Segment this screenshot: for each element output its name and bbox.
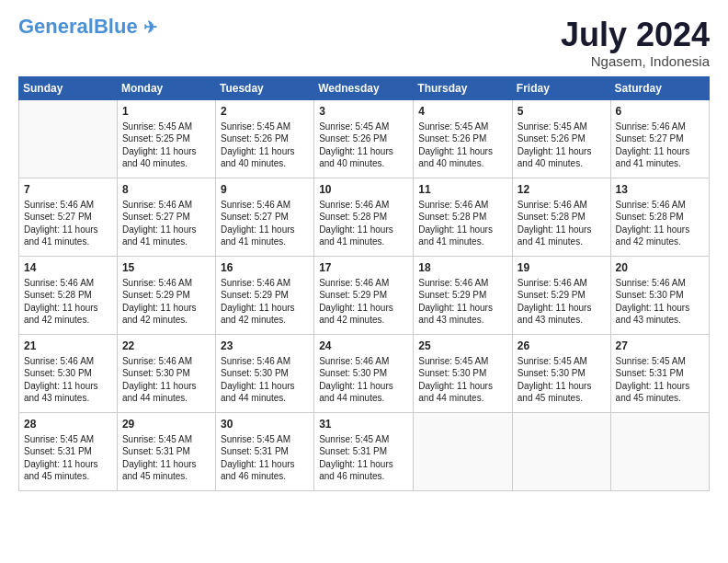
calendar-cell: 11Sunrise: 5:46 AM Sunset: 5:28 PM Dayli… (414, 178, 513, 256)
day-number: 1 (122, 104, 210, 119)
weekday-monday: Monday (117, 76, 215, 99)
calendar-cell: 6Sunrise: 5:46 AM Sunset: 5:27 PM Daylig… (610, 99, 709, 178)
calendar-cell: 29Sunrise: 5:45 AM Sunset: 5:31 PM Dayli… (117, 412, 215, 490)
logo-general: General (18, 15, 94, 38)
day-number: 25 (418, 339, 507, 353)
calendar-row: 1Sunrise: 5:45 AM Sunset: 5:25 PM Daylig… (19, 99, 710, 178)
day-number: 19 (518, 260, 606, 275)
day-number: 4 (418, 104, 507, 119)
calendar-cell: 16Sunrise: 5:46 AM Sunset: 5:29 PM Dayli… (215, 256, 313, 334)
calendar-cell: 20Sunrise: 5:46 AM Sunset: 5:30 PM Dayli… (610, 256, 709, 334)
calendar-cell: 17Sunrise: 5:46 AM Sunset: 5:29 PM Dayli… (314, 256, 414, 334)
day-number: 26 (518, 339, 606, 353)
day-info: Sunrise: 5:45 AM Sunset: 5:31 PM Dayligh… (616, 355, 704, 405)
day-info: Sunrise: 5:45 AM Sunset: 5:25 PM Dayligh… (122, 121, 210, 170)
weekday-friday: Friday (512, 76, 610, 99)
day-number: 11 (418, 182, 507, 197)
calendar-cell: 19Sunrise: 5:46 AM Sunset: 5:29 PM Dayli… (512, 256, 610, 334)
calendar-cell (512, 412, 610, 490)
day-number: 21 (24, 339, 112, 353)
day-info: Sunrise: 5:45 AM Sunset: 5:26 PM Dayligh… (518, 121, 606, 170)
day-info: Sunrise: 5:46 AM Sunset: 5:30 PM Dayligh… (319, 355, 408, 405)
day-number: 12 (518, 182, 606, 197)
calendar-cell: 12Sunrise: 5:46 AM Sunset: 5:28 PM Dayli… (512, 178, 610, 256)
day-number: 8 (122, 182, 210, 197)
calendar-row: 14Sunrise: 5:46 AM Sunset: 5:28 PM Dayli… (19, 256, 710, 334)
day-number: 18 (418, 260, 507, 275)
calendar-cell: 2Sunrise: 5:45 AM Sunset: 5:26 PM Daylig… (215, 99, 313, 178)
calendar-cell: 24Sunrise: 5:46 AM Sunset: 5:30 PM Dayli… (314, 334, 414, 412)
day-number: 16 (221, 260, 309, 275)
day-info: Sunrise: 5:46 AM Sunset: 5:30 PM Dayligh… (122, 355, 210, 405)
calendar-page: GeneralBlue ✈ July 2024 Ngasem, Indonesi… (0, 0, 728, 563)
calendar-cell: 14Sunrise: 5:46 AM Sunset: 5:28 PM Dayli… (19, 256, 118, 334)
day-info: Sunrise: 5:46 AM Sunset: 5:28 PM Dayligh… (418, 199, 507, 248)
calendar-cell: 3Sunrise: 5:45 AM Sunset: 5:26 PM Daylig… (314, 99, 414, 178)
day-info: Sunrise: 5:45 AM Sunset: 5:30 PM Dayligh… (518, 355, 606, 405)
day-info: Sunrise: 5:46 AM Sunset: 5:28 PM Dayligh… (616, 199, 704, 248)
day-number: 10 (319, 182, 408, 197)
day-info: Sunrise: 5:46 AM Sunset: 5:28 PM Dayligh… (319, 199, 408, 248)
calendar-cell (19, 99, 118, 178)
logo-icon: ✈ (143, 18, 157, 37)
weekday-thursday: Thursday (414, 76, 513, 99)
day-number: 22 (122, 339, 210, 353)
day-info: Sunrise: 5:46 AM Sunset: 5:27 PM Dayligh… (122, 199, 210, 248)
day-info: Sunrise: 5:45 AM Sunset: 5:31 PM Dayligh… (24, 433, 112, 483)
calendar-cell (414, 412, 513, 490)
day-info: Sunrise: 5:46 AM Sunset: 5:29 PM Dayligh… (122, 277, 210, 327)
day-info: Sunrise: 5:45 AM Sunset: 5:31 PM Dayligh… (319, 433, 408, 483)
day-info: Sunrise: 5:45 AM Sunset: 5:31 PM Dayligh… (122, 433, 210, 483)
day-info: Sunrise: 5:45 AM Sunset: 5:26 PM Dayligh… (418, 121, 507, 170)
calendar-row: 7Sunrise: 5:46 AM Sunset: 5:27 PM Daylig… (19, 178, 710, 256)
day-info: Sunrise: 5:46 AM Sunset: 5:29 PM Dayligh… (319, 277, 408, 327)
logo: GeneralBlue ✈ (18, 17, 157, 37)
day-info: Sunrise: 5:45 AM Sunset: 5:26 PM Dayligh… (221, 121, 309, 170)
calendar-cell: 13Sunrise: 5:46 AM Sunset: 5:28 PM Dayli… (610, 178, 709, 256)
day-number: 27 (616, 339, 704, 353)
calendar-cell: 25Sunrise: 5:45 AM Sunset: 5:30 PM Dayli… (414, 334, 513, 412)
title-block: July 2024 Ngasem, Indonesia (561, 17, 710, 69)
calendar-cell: 4Sunrise: 5:45 AM Sunset: 5:26 PM Daylig… (414, 99, 513, 178)
day-info: Sunrise: 5:45 AM Sunset: 5:31 PM Dayligh… (221, 433, 309, 483)
day-number: 7 (24, 182, 112, 197)
day-number: 24 (319, 339, 408, 353)
day-info: Sunrise: 5:45 AM Sunset: 5:26 PM Dayligh… (319, 121, 408, 170)
day-number: 17 (319, 260, 408, 275)
calendar-cell: 9Sunrise: 5:46 AM Sunset: 5:27 PM Daylig… (215, 178, 313, 256)
day-info: Sunrise: 5:46 AM Sunset: 5:27 PM Dayligh… (221, 199, 309, 248)
logo-text: GeneralBlue ✈ (18, 17, 157, 37)
day-number: 14 (24, 260, 112, 275)
calendar-row: 21Sunrise: 5:46 AM Sunset: 5:30 PM Dayli… (19, 334, 710, 412)
day-number: 5 (518, 104, 606, 119)
day-info: Sunrise: 5:46 AM Sunset: 5:30 PM Dayligh… (24, 355, 112, 405)
day-info: Sunrise: 5:45 AM Sunset: 5:30 PM Dayligh… (418, 355, 507, 405)
day-number: 30 (221, 417, 309, 431)
weekday-header-row: SundayMondayTuesdayWednesdayThursdayFrid… (19, 76, 710, 99)
calendar-cell: 22Sunrise: 5:46 AM Sunset: 5:30 PM Dayli… (117, 334, 215, 412)
calendar-cell (610, 412, 709, 490)
day-number: 6 (616, 104, 704, 119)
day-info: Sunrise: 5:46 AM Sunset: 5:29 PM Dayligh… (418, 277, 507, 327)
weekday-sunday: Sunday (19, 76, 118, 99)
day-number: 29 (122, 417, 210, 431)
calendar-cell: 7Sunrise: 5:46 AM Sunset: 5:27 PM Daylig… (19, 178, 118, 256)
day-info: Sunrise: 5:46 AM Sunset: 5:27 PM Dayligh… (616, 121, 704, 170)
calendar-cell: 23Sunrise: 5:46 AM Sunset: 5:30 PM Dayli… (215, 334, 313, 412)
day-number: 23 (221, 339, 309, 353)
day-info: Sunrise: 5:46 AM Sunset: 5:30 PM Dayligh… (616, 277, 704, 327)
day-info: Sunrise: 5:46 AM Sunset: 5:30 PM Dayligh… (221, 355, 309, 405)
calendar-cell: 18Sunrise: 5:46 AM Sunset: 5:29 PM Dayli… (414, 256, 513, 334)
calendar-cell: 5Sunrise: 5:45 AM Sunset: 5:26 PM Daylig… (512, 99, 610, 178)
weekday-saturday: Saturday (610, 76, 709, 99)
logo-blue: Blue (94, 15, 138, 38)
calendar-cell: 26Sunrise: 5:45 AM Sunset: 5:30 PM Dayli… (512, 334, 610, 412)
day-number: 28 (24, 417, 112, 431)
day-info: Sunrise: 5:46 AM Sunset: 5:29 PM Dayligh… (221, 277, 309, 327)
month-year: July 2024 (561, 17, 710, 53)
calendar-row: 28Sunrise: 5:45 AM Sunset: 5:31 PM Dayli… (19, 412, 710, 490)
calendar-cell: 30Sunrise: 5:45 AM Sunset: 5:31 PM Dayli… (215, 412, 313, 490)
day-number: 20 (616, 260, 704, 275)
day-number: 31 (319, 417, 408, 431)
day-number: 3 (319, 104, 408, 119)
